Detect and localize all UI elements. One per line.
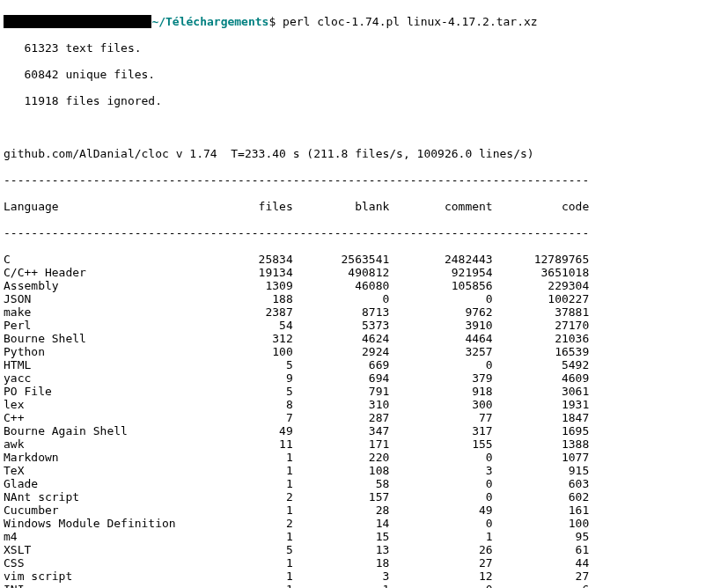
table-row: Windows Module Definition 2 14 0 100 xyxy=(4,517,709,530)
table-row: Bourne Again Shell 49 347 317 1695 xyxy=(4,424,709,437)
table-row: m4 1 15 1 95 xyxy=(4,530,709,543)
terminal-output: xxxxxxxxxxxxxxxxxxxxx~/Téléchargements$ … xyxy=(0,0,713,588)
table-row: C++ 7 287 77 1847 xyxy=(4,411,709,424)
preamble-unique-files: 60842 unique files. xyxy=(4,68,709,81)
table-row: Python 100 2924 3257 16539 xyxy=(4,345,709,358)
divider-top: ----------------------------------------… xyxy=(4,173,709,187)
redacted-user-host: xxxxxxxxxxxxxxxxxxxxx xyxy=(4,15,151,28)
table-row: C/C++ Header 19134 490812 921954 3651018 xyxy=(4,266,709,279)
table-row: Perl 54 5373 3910 27170 xyxy=(4,319,709,332)
table-row: Cucumber 1 28 49 161 xyxy=(4,503,709,517)
table-row: lex 8 310 300 1931 xyxy=(4,398,709,411)
table-row: Markdown 1 220 0 1077 xyxy=(4,451,709,464)
table-row: C 25834 2563541 2482443 12789765 xyxy=(4,253,709,266)
preamble-text-files: 61323 text files. xyxy=(4,41,709,55)
table-row: vim script 1 3 12 27 xyxy=(4,570,709,583)
prompt-line: xxxxxxxxxxxxxxxxxxxxx~/Téléchargements$ … xyxy=(4,15,709,28)
divider-header: ----------------------------------------… xyxy=(4,226,709,239)
table-row: Bourne Shell 312 4624 4464 21036 xyxy=(4,332,709,345)
cwd-path: ~/Téléchargements xyxy=(151,15,268,28)
table-row: NAnt script 2 157 0 602 xyxy=(4,490,709,503)
blank-line xyxy=(4,121,709,134)
command-text: perl cloc-1.74.pl linux-4.17.2.tar.xz xyxy=(283,15,538,28)
table-row: INI 1 1 0 6 xyxy=(4,583,709,588)
table-row: HTML 5 669 0 5492 xyxy=(4,358,709,371)
table-row: Glade 1 58 0 603 xyxy=(4,477,709,490)
table-row: PO File 5 791 918 3061 xyxy=(4,385,709,398)
table-row: TeX 1 108 3 915 xyxy=(4,464,709,477)
table-body: C 25834 2563541 2482443 12789765C/C++ He… xyxy=(4,253,709,588)
table-row: yacc 9 694 379 4609 xyxy=(4,371,709,385)
preamble-ignored-files: 11918 files ignored. xyxy=(4,94,709,107)
prompt-dollar: $ xyxy=(268,15,276,28)
meta-line: github.com/AlDanial/cloc v 1.74 T=233.40… xyxy=(4,147,709,160)
table-row: make 2387 8713 9762 37881 xyxy=(4,305,709,319)
header-row: Language files blank comment code xyxy=(4,200,709,213)
table-row: CSS 1 18 27 44 xyxy=(4,556,709,570)
table-row: XSLT 5 13 26 61 xyxy=(4,543,709,556)
space xyxy=(276,15,283,28)
table-row: JSON 188 0 0 100227 xyxy=(4,292,709,305)
table-row: awk 11 171 155 1388 xyxy=(4,437,709,451)
table-row: Assembly 1309 46080 105856 229304 xyxy=(4,279,709,292)
